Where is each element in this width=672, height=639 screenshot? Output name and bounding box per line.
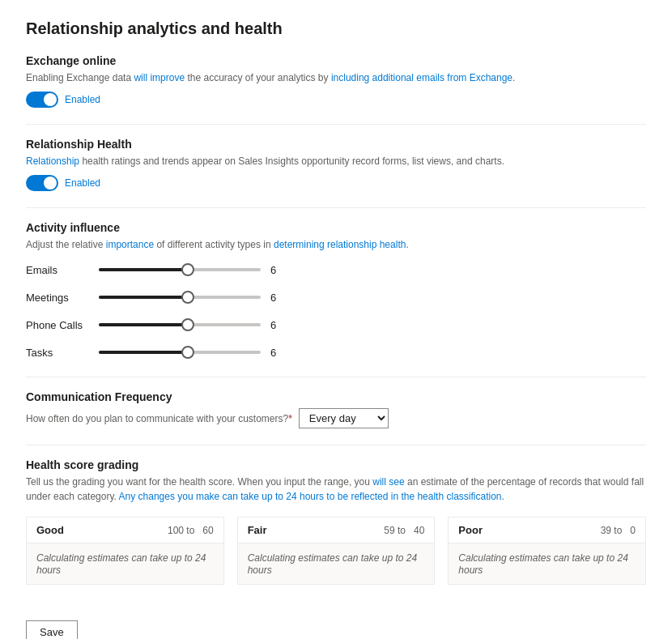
health-score-grading-section: Health score grading Tell us the grading… [26,458,646,585]
comm-freq-select[interactable]: Every day Every week Every month [299,408,389,428]
grading-card-poor-body-text: Calculating estimates can take up to 24 … [458,552,627,576]
grading-card-fair-body: Calculating estimates can take up to 24 … [238,543,435,584]
relationship-health-desc: Relationship health ratings and trends a… [26,154,646,168]
grading-card-fair-title: Fair [248,524,267,536]
relationship-link[interactable]: Relationship [26,155,79,167]
slider-meetings[interactable] [99,289,261,305]
grading-card-fair-range: 59 to 40 [384,525,424,536]
relationship-health-toggle-label: Enabled [65,177,100,189]
grading-card-good: Good 100 to 60 Calculating estimates can… [26,517,224,585]
exchange-online-title: Exchange online [26,54,646,67]
save-button[interactable]: Save [26,620,78,639]
divider-3 [26,377,646,377]
grading-card-fair-header: Fair 59 to 40 [238,518,435,543]
page-title: Relationship analytics and health [26,19,646,38]
communication-frequency-section: Communication Frequency How often do you… [26,390,646,428]
relationship-health-toggle[interactable] [26,175,58,191]
slider-row-emails: Emails 6 [26,262,646,278]
grading-cards-container: Good 100 to 60 Calculating estimates can… [26,517,646,585]
grading-card-good-body: Calculating estimates can take up to 24 … [27,543,223,584]
divider-4 [26,445,646,445]
slider-row-tasks: Tasks 6 [26,344,646,360]
activity-determining-link[interactable]: determining relationship health [274,239,406,250]
slider-row-meetings: Meetings 6 [26,289,646,305]
grading-card-poor-title: Poor [458,524,483,536]
grading-card-good-range: 100 to 60 [168,525,214,536]
exchange-toggle[interactable] [26,92,58,108]
divider-1 [26,124,646,125]
grading-card-poor-body: Calculating estimates can take up to 24 … [449,543,645,584]
activity-importance-link[interactable]: importance [106,239,154,250]
slider-value-phone-calls: 6 [270,319,287,331]
exchange-toggle-row: Enabled [26,92,646,108]
slider-emails[interactable] [99,262,261,278]
slider-value-meetings: 6 [270,292,287,304]
grading-card-poor-range: 39 to 0 [601,525,636,536]
divider-2 [26,207,646,208]
exchange-online-section: Exchange online Enabling Exchange data w… [26,54,646,108]
health-score-grading-title: Health score grading [26,458,646,471]
exchange-toggle-label: Enabled [65,94,100,105]
relationship-health-title: Relationship Health [26,138,646,151]
sliders-container: Emails 6 Meetings 6 Phone Calls [26,262,646,360]
exchange-link2[interactable]: including additional emails from Exchang… [331,72,513,83]
required-star: * [288,413,292,424]
relationship-health-section: Relationship Health Relationship health … [26,138,646,191]
comm-freq-row: How often do you plan to communicate wit… [26,408,646,428]
grading-any-changes-link[interactable]: Any changes you make can take up to 24 h… [119,491,504,502]
slider-label-phone-calls: Phone Calls [26,319,99,331]
slider-row-phone-calls: Phone Calls 6 [26,317,646,333]
grading-card-good-title: Good [36,524,64,536]
grading-card-good-header: Good 100 to 60 [27,518,223,543]
grading-card-fair-body-text: Calculating estimates can take up to 24 … [248,552,417,576]
exchange-online-desc: Enabling Exchange data will improve the … [26,70,646,85]
grading-card-fair: Fair 59 to 40 Calculating estimates can … [237,517,436,585]
relationship-health-toggle-row: Enabled [26,175,646,191]
slider-label-tasks: Tasks [26,347,99,359]
exchange-link1[interactable]: will improve [134,72,185,83]
activity-influence-section: Activity influence Adjust the relative i… [26,221,646,360]
grading-card-good-body-text: Calculating estimates can take up to 24 … [36,552,206,576]
slider-tasks[interactable] [99,344,261,360]
slider-label-emails: Emails [26,264,99,276]
communication-frequency-title: Communication Frequency [26,390,646,403]
activity-influence-title: Activity influence [26,221,646,234]
comm-freq-label: How often do you plan to communicate wit… [26,413,292,424]
slider-value-emails: 6 [270,264,287,276]
slider-label-meetings: Meetings [26,292,99,304]
grading-will-see-link[interactable]: will see [372,476,404,488]
slider-value-tasks: 6 [270,347,287,359]
activity-influence-desc: Adjust the relative importance of differ… [26,237,646,252]
slider-phone-calls[interactable] [99,317,261,333]
health-score-grading-desc: Tell us the grading you want for the hea… [26,475,646,504]
grading-card-poor-header: Poor 39 to 0 [449,518,645,543]
grading-card-poor: Poor 39 to 0 Calculating estimates can t… [448,517,646,585]
